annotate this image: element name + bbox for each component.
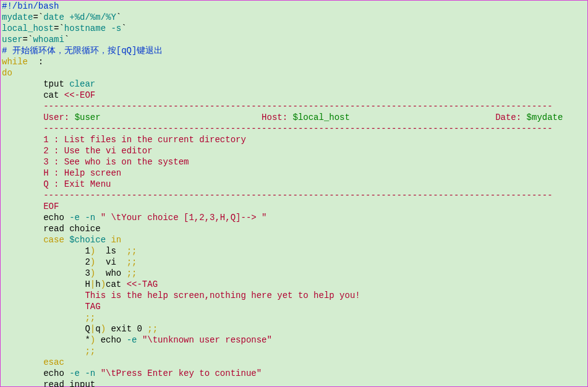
double-semicolon-icon: ;; (127, 257, 137, 267)
menu-item-3: 3 : See who is on the system (2, 157, 189, 167)
assign-op: =` (33, 12, 43, 22)
heredoc-tag-close: TAG (2, 302, 101, 312)
case-h-pat1: H (2, 279, 90, 289)
case-q-pat1: Q (2, 324, 90, 334)
exit-code: 0 (137, 324, 147, 334)
colon: : (28, 57, 43, 67)
case-h-cmd: cat (106, 279, 127, 289)
cmd-read-1: read (2, 224, 69, 234)
cmd-echo-1: echo (2, 213, 69, 223)
backtick-close: ` (121, 23, 126, 33)
case-1-cmd: ls (95, 246, 126, 256)
heredoc-date-var: $mydate (527, 113, 563, 122)
paren-icon: ) (90, 335, 95, 345)
case-q-pat2: q (95, 324, 100, 334)
var-input: input (69, 380, 95, 387)
heredoc-host-pre: Host: (101, 113, 293, 122)
case-3-cmd: who (95, 268, 126, 278)
cmd-date: date +%d/%m/%Y (43, 12, 116, 22)
case-1-pat: 1 (2, 246, 90, 256)
cmd-echo-2: echo (2, 368, 69, 378)
cmd-read-2: read (2, 380, 69, 387)
case-3-pat: 3 (2, 268, 90, 278)
dash-line-1: ----------------------------------------… (2, 101, 553, 111)
menu-item-2: 2 : Use the vi editor (2, 146, 153, 156)
case-2-cmd: vi (95, 257, 126, 267)
pipe-icon: | (90, 324, 95, 334)
double-semicolon-icon: ;; (2, 346, 95, 356)
var-user: user (2, 35, 23, 45)
paren-icon: ) (101, 279, 106, 289)
backtick-close: ` (64, 35, 69, 45)
cmd-hostname: hostname -s (64, 23, 121, 33)
heredoc-eof-close: EOF (2, 202, 59, 211)
kw-do: do (2, 68, 12, 78)
assign-op: =` (23, 35, 33, 45)
echo-flags-1: -e -n (69, 213, 100, 223)
heredoc-user-pre: User: (2, 113, 75, 122)
echo-str-unknown: "\tunknown user response" (142, 335, 272, 345)
comment-loop: # 开始循环体，无限循环，按[qQ]键退出 (2, 46, 163, 56)
double-semicolon-icon: ;; (2, 313, 95, 323)
case-star-cmd: echo (95, 335, 126, 345)
dash-line-3: ----------------------------------------… (2, 190, 553, 200)
case-h-pat2: h (95, 279, 100, 289)
menu-item-1: 1 : List files in the current directory (2, 135, 246, 145)
echo-str-prompt: " \tYour choice [1,2,3,H,Q]--> " (101, 213, 267, 223)
paren-icon: ) (90, 246, 95, 256)
echo-flag-e: -e (127, 335, 142, 345)
heredoc-eof-open: <<-EOF (64, 90, 95, 100)
heredoc-date-pre: Date: (350, 113, 527, 122)
echo-flags-2: -e -n (69, 368, 100, 378)
kw-in: in (106, 235, 121, 245)
kw-while: while (2, 57, 28, 67)
case-star-pat: * (2, 335, 90, 345)
case-2-pat: 2 (2, 257, 90, 267)
paren-icon: ) (90, 257, 95, 267)
shebang-line: #!/bin/bash (2, 1, 59, 11)
paren-icon: ) (90, 268, 95, 278)
cmd-tput: tput (2, 79, 69, 89)
heredoc-user-var: $user (75, 113, 101, 122)
double-semicolon-icon: ;; (147, 324, 158, 334)
help-text: This is the help screen,nothing here yet… (2, 291, 360, 300)
heredoc-host-var: $local_host (293, 113, 350, 122)
code-block: #!/bin/bash mydate=`date +%d/%m/%Y` loca… (0, 0, 588, 387)
case-var: $choice (69, 235, 106, 245)
cmd-cat: cat (2, 90, 64, 100)
menu-item-h: H : Help screen (2, 168, 121, 178)
cmd-exit: exit (106, 324, 137, 334)
dash-line-2: ----------------------------------------… (2, 124, 553, 134)
echo-str-continue: "\tPress Enter key to continue" (101, 368, 262, 378)
var-mydate: mydate (2, 12, 33, 22)
var-localhost: local_host (2, 23, 54, 33)
double-semicolon-icon: ;; (127, 268, 137, 278)
backtick-close: ` (116, 12, 121, 22)
menu-item-q: Q : Exit Menu (2, 179, 111, 189)
cmd-whoami: whoami (33, 35, 64, 45)
pipe-icon: | (90, 279, 95, 289)
paren-icon: ) (101, 324, 106, 334)
assign-op: =` (54, 23, 64, 33)
kw-case: case (2, 235, 69, 245)
heredoc-tag-open: <<-TAG (127, 279, 158, 289)
arg-clear: clear (69, 79, 95, 89)
double-semicolon-icon: ;; (127, 246, 137, 256)
kw-esac: esac (2, 357, 64, 367)
var-choice: choice (69, 224, 100, 234)
